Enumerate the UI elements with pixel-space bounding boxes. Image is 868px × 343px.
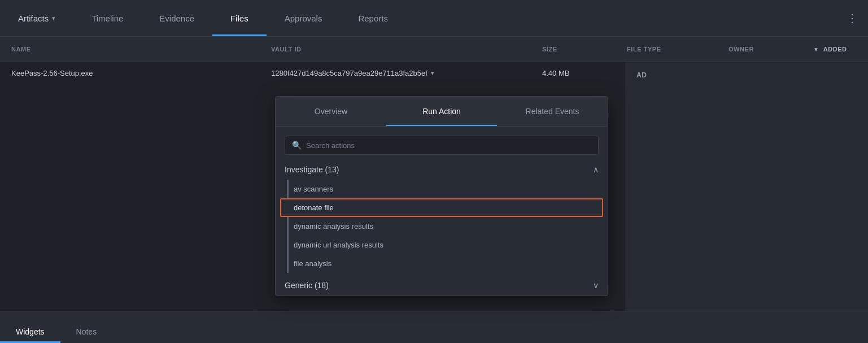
nav-tab-files[interactable]: Files xyxy=(212,0,267,36)
nav-tab-reports[interactable]: Reports xyxy=(340,0,406,36)
col-header-filetype: FILE TYPE xyxy=(627,46,729,53)
popup-tab-overview[interactable]: Overview xyxy=(276,97,386,126)
table-header: NAME VAULT ID SIZE FILE TYPE OWNER ▼ ADD… xyxy=(0,37,868,62)
main-content: NAME VAULT ID SIZE FILE TYPE OWNER ▼ ADD… xyxy=(0,37,868,343)
right-panel: AD xyxy=(625,62,868,311)
investigate-toggle-icon: ∧ xyxy=(593,165,599,174)
left-border-decoration xyxy=(287,254,289,273)
investigate-action-list: av scanners detonate file dynamic analys… xyxy=(276,180,608,275)
bottom-tab-notes[interactable]: Notes xyxy=(60,320,113,343)
action-item-dynamic-url[interactable]: dynamic url analysis results xyxy=(276,236,608,254)
col-header-name: NAME xyxy=(11,46,271,53)
nav-tab-evidence[interactable]: Evidence xyxy=(141,0,212,36)
sort-arrow-icon: ▼ xyxy=(813,46,819,53)
top-navigation: Artifacts ▾ Timeline Evidence Files Appr… xyxy=(0,0,868,37)
search-actions-input[interactable] xyxy=(306,141,591,150)
artifacts-dropdown-arrow: ▾ xyxy=(52,15,55,22)
action-item-detonate-file[interactable]: detonate file xyxy=(280,198,603,217)
search-actions-bar[interactable]: 🔍 xyxy=(285,136,599,155)
action-item-av-scanners[interactable]: av scanners xyxy=(276,180,608,198)
nav-tab-artifacts[interactable]: Artifacts ▾ xyxy=(0,0,73,36)
left-border-decoration xyxy=(287,217,289,236)
col-header-vault: VAULT ID xyxy=(271,46,542,53)
col-header-owner: OWNER xyxy=(729,46,813,53)
nav-tab-timeline[interactable]: Timeline xyxy=(73,0,141,36)
generic-toggle-icon: ∨ xyxy=(593,281,599,290)
left-border-decoration xyxy=(287,236,289,254)
nav-tab-approvals[interactable]: Approvals xyxy=(267,0,341,36)
generic-group-header[interactable]: Generic (18) ∨ xyxy=(276,275,608,296)
right-panel-label: AD xyxy=(625,62,868,84)
bottom-tabs: Widgets Notes xyxy=(0,311,868,343)
investigate-group-header[interactable]: Investigate (13) ∧ xyxy=(276,159,608,180)
cell-vault-id: 1280f427d149a8c5ca797a9ea29e711a3fa2b5ef… xyxy=(271,69,542,77)
popup-tab-run-action[interactable]: Run Action xyxy=(386,97,497,126)
cell-size: 4.40 MB xyxy=(542,69,627,77)
col-header-added[interactable]: ▼ ADDED xyxy=(813,46,857,53)
cell-filename: KeePass-2.56-Setup.exe xyxy=(11,69,271,77)
run-action-popup: Overview Run Action Related Events 🔍 Inv… xyxy=(275,96,608,296)
search-icon: 🔍 xyxy=(292,141,302,150)
action-item-file-analysis[interactable]: file analysis xyxy=(276,254,608,273)
popup-tabs: Overview Run Action Related Events xyxy=(276,97,608,127)
col-header-size: SIZE xyxy=(542,46,627,53)
nav-more-button[interactable]: ⋮ xyxy=(836,0,868,36)
bottom-tab-widgets[interactable]: Widgets xyxy=(0,320,60,343)
left-border-decoration xyxy=(287,180,289,198)
vault-chevron-icon: ▾ xyxy=(431,70,434,77)
action-item-dynamic-analysis[interactable]: dynamic analysis results xyxy=(276,217,608,236)
popup-tab-related-events[interactable]: Related Events xyxy=(497,97,608,126)
